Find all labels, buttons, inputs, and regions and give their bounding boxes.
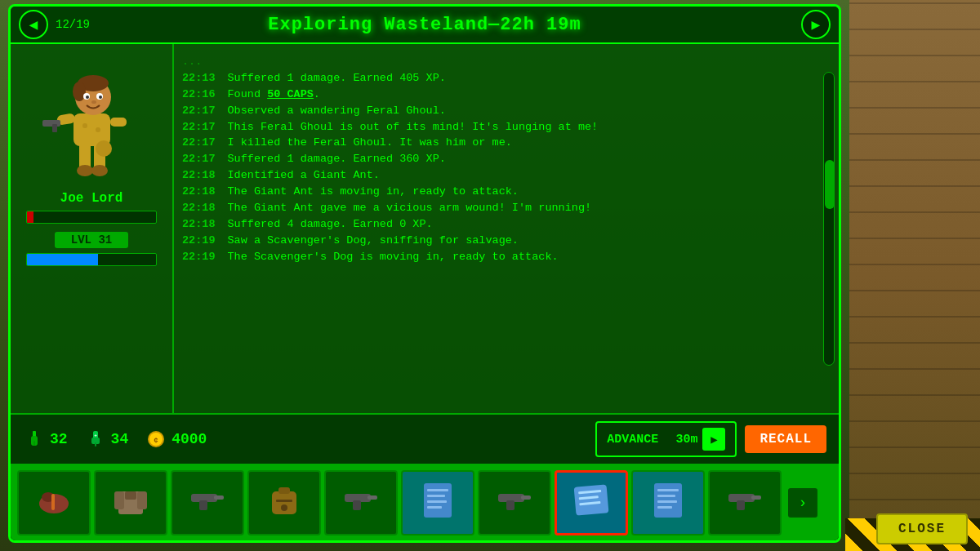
svg-point-9: [73, 82, 86, 101]
svg-rect-48: [427, 489, 448, 491]
svg-rect-32: [51, 494, 55, 510]
log-entry: 22:18Suffered 4 damage. Earned 0 XP.: [182, 217, 831, 233]
svg-rect-60: [657, 489, 679, 491]
log-entry: 22:17This Feral Ghoul is out of its mind…: [182, 120, 831, 136]
item-icon: [648, 479, 688, 527]
svg-rect-49: [427, 495, 445, 497]
svg-rect-36: [125, 491, 136, 500]
svg-rect-50: [427, 500, 447, 503]
health-fill: [27, 211, 33, 223]
log-entry: 22:18Identified a Giant Ant.: [182, 168, 831, 184]
log-text: ...: [182, 55, 202, 70]
item-icon: [110, 479, 151, 527]
close-button[interactable]: CLOSE: [876, 513, 968, 544]
svg-rect-18: [52, 124, 57, 132]
next-button[interactable]: ▶: [801, 10, 831, 39]
item-icon: [264, 479, 305, 527]
items-row: ›: [11, 465, 839, 540]
item-slot[interactable]: [94, 470, 167, 535]
log-time: 22:18: [182, 184, 216, 200]
log-time: 22:17: [182, 136, 216, 151]
log-entry: 22:19Saw a Scavenger's Dog, sniffing for…: [182, 233, 831, 249]
vault-background: [849, 0, 980, 551]
log-text: This Feral Ghoul is out of its mind! It'…: [228, 120, 599, 136]
health-bar: [26, 211, 157, 224]
item-slot[interactable]: [708, 470, 782, 535]
svg-point-3: [91, 165, 108, 176]
header-title: Exploring Wasteland—22h 19m: [268, 15, 581, 35]
item-icon: [494, 479, 535, 527]
item-slot[interactable]: [631, 470, 705, 535]
item-icon: [33, 479, 74, 527]
svg-point-12: [86, 96, 89, 99]
svg-rect-55: [574, 484, 609, 515]
log-panel: ...22:13Suffered 1 damage. Earned 405 XP…: [174, 44, 839, 413]
log-text: I killed the Feral Ghoul. It was him or …: [228, 136, 512, 151]
item-slot[interactable]: [171, 470, 244, 535]
recall-button[interactable]: RECALL: [745, 425, 826, 453]
log-text: Found 50 CAPS.: [228, 87, 320, 103]
item-icon: [341, 479, 381, 527]
svg-rect-46: [368, 495, 377, 500]
svg-point-2: [77, 165, 93, 176]
item-icon: [571, 479, 612, 527]
item-slot[interactable]: [17, 470, 91, 535]
log-text: Suffered 4 damage. Earned 0 XP.: [228, 217, 433, 233]
item-slot[interactable]: [324, 470, 398, 535]
log-entry: 22:16Found 50 CAPS.: [182, 87, 831, 103]
svg-rect-38: [199, 500, 207, 510]
log-time: 22:17: [182, 120, 216, 136]
log-time: 22:18: [182, 168, 216, 184]
log-entry: 22:19The Scavenger's Dog is moving in, r…: [182, 250, 831, 265]
xp-fill: [27, 254, 98, 265]
caps-stat: ¢ 4000: [145, 428, 207, 451]
svg-rect-22: [33, 441, 35, 446]
svg-rect-6: [110, 118, 127, 127]
svg-rect-63: [657, 506, 672, 509]
svg-rect-34: [114, 491, 124, 509]
item-slot[interactable]: [401, 470, 474, 535]
character-sprite: [42, 60, 140, 183]
svg-point-19: [96, 140, 112, 157]
log-text: Saw a Scavenger's Dog, sniffing for salv…: [228, 233, 519, 249]
radaway-stat: + 34: [84, 428, 129, 451]
stimpak-stat: 32: [23, 428, 68, 451]
item-slot[interactable]: [478, 470, 551, 535]
log-time: 22:19: [182, 250, 216, 265]
content-area: Joe Lord LVL 31 ...22:13Suffered 1 damag…: [11, 44, 839, 413]
svg-rect-65: [737, 500, 745, 510]
svg-point-16: [96, 127, 100, 132]
action-buttons: ADVANCE 30m ▶ RECALL: [595, 421, 826, 457]
svg-rect-62: [657, 500, 677, 503]
main-panel: ◀ 12/19 Exploring Wasteland—22h 19m ▶: [8, 4, 841, 543]
svg-rect-41: [278, 487, 290, 494]
character-panel: Joe Lord LVL 31: [11, 44, 174, 413]
svg-rect-25: [95, 442, 96, 447]
log-scrollbar[interactable]: [823, 72, 835, 366]
caps-count: 4000: [172, 431, 207, 447]
advance-button[interactable]: ADVANCE 30m ▶: [595, 421, 737, 457]
svg-rect-45: [353, 500, 361, 510]
prev-button[interactable]: ◀: [19, 10, 48, 39]
log-text: The Giant Ant gave me a vicious arm woun…: [228, 201, 592, 216]
stimpak-icon: [23, 428, 46, 451]
item-slot[interactable]: [247, 470, 321, 535]
log-text: Identified a Giant Ant.: [228, 168, 380, 184]
scrollbar-thumb[interactable]: [825, 160, 835, 209]
log-text: Suffered 1 damage. Earned 360 XP.: [228, 152, 446, 167]
log-time: 22:18: [182, 217, 216, 233]
advance-label: ADVANCE: [607, 433, 658, 447]
bottom-bar: CLOSE: [876, 513, 968, 544]
items-next-button[interactable]: ›: [788, 488, 817, 518]
svg-rect-51: [427, 506, 442, 509]
radaway-count: 34: [111, 431, 129, 447]
radaway-icon: +: [84, 428, 107, 451]
item-slot[interactable]: [555, 470, 628, 535]
log-entry: 22:13Suffered 1 damage. Earned 405 XP.: [182, 71, 831, 87]
log-text: The Scavenger's Dog is moving in, ready …: [228, 250, 559, 265]
log-entry: 22:17Observed a wandering Feral Ghoul.: [182, 104, 831, 119]
page-counter: 12/19: [56, 18, 90, 31]
svg-rect-66: [751, 495, 761, 500]
svg-point-13: [99, 96, 102, 99]
svg-point-43: [281, 504, 287, 511]
